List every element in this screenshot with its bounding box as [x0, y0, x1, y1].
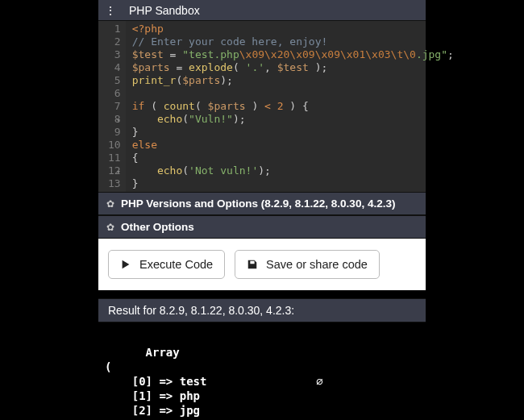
token: ( [233, 61, 246, 73]
token: echo [157, 164, 182, 177]
code-area[interactable]: <?php// Enter your code here, enjoy!$tes… [126, 21, 460, 192]
line-number: 2 [108, 35, 121, 48]
token: // Enter your code here, enjoy! [132, 35, 328, 48]
code-line[interactable]: echo('Not vuln!'); [132, 164, 454, 177]
code-line[interactable]: <?php [132, 23, 454, 35]
line-number: 1 [108, 23, 121, 35]
line-number: 3 [108, 48, 121, 61]
token: ( [182, 164, 189, 177]
code-line[interactable]: if ( count( $parts ) < 2 ) { [132, 100, 454, 113]
token: < [264, 100, 271, 112]
token: ); [309, 61, 327, 73]
result-header: Result for 8.2.9, 8.1.22, 8.0.30, 4.2.3: [98, 298, 426, 322]
php-versions-section[interactable]: ✿ PHP Versions and Options (8.2.9, 8.1.2… [98, 192, 426, 215]
save-button[interactable]: Save or share code [235, 250, 380, 279]
menu-icon[interactable]: ⋮ [105, 4, 116, 17]
token: .jpg" [416, 48, 447, 60]
token: "test.php [182, 48, 239, 60]
code-line[interactable]: } [132, 177, 454, 190]
code-line[interactable] [132, 87, 454, 100]
token: $parts [208, 100, 246, 112]
code-line[interactable]: } [132, 126, 454, 139]
code-line[interactable]: { [132, 152, 454, 164]
line-number: 11 ▾ [108, 152, 121, 164]
result-output: Array ( [0] => test [1] => php [2] => jp… [98, 322, 426, 420]
line-number: 6 [108, 87, 121, 100]
token: ; [447, 48, 454, 60]
line-number: 5 [108, 74, 121, 87]
other-options-section[interactable]: ✿ Other Options [98, 215, 426, 239]
token: <?php [132, 23, 164, 35]
token: $parts [132, 61, 170, 73]
token: ); [220, 74, 233, 86]
line-number: 7 ▾ [108, 100, 121, 113]
token: } [132, 126, 139, 138]
token: explode [189, 61, 233, 73]
token [271, 100, 277, 112]
save-icon [247, 259, 258, 270]
token: } [132, 177, 139, 189]
token: ); [258, 164, 271, 177]
line-number: 10 [108, 139, 121, 152]
token: else [132, 139, 157, 151]
execute-button-label: Execute Code [139, 258, 213, 271]
output-text: Array ( [0] => test [1] => php [2] => jp… [105, 346, 322, 420]
code-line[interactable]: print_r($parts); [132, 74, 454, 87]
token: $test [277, 61, 309, 73]
token: print_r [132, 74, 177, 86]
token: 'Not vuln!' [189, 164, 258, 177]
code-editor[interactable]: 1234567 ▾891011 ▾1213 <?php// Enter your… [98, 21, 426, 192]
token: ( [195, 100, 208, 112]
save-button-label: Save or share code [266, 258, 368, 271]
token: , [264, 61, 277, 73]
token: ) [246, 100, 264, 112]
app-title: PHP Sandbox [129, 4, 200, 17]
token: ) { [284, 100, 309, 112]
token: { [132, 152, 139, 164]
token: ( [182, 113, 189, 125]
line-gutter: 1234567 ▾891011 ▾1213 [98, 21, 126, 192]
play-icon [120, 259, 131, 270]
token: count [164, 100, 195, 112]
line-number: 13 [108, 177, 121, 190]
execute-button[interactable]: Execute Code [108, 250, 225, 279]
code-line[interactable]: echo("Vuln!"); [132, 113, 454, 126]
token: $parts [182, 74, 220, 86]
token: 2 [277, 100, 284, 112]
gear-icon: ✿ [106, 198, 114, 210]
code-line[interactable]: $test = "test.php\x09\x20\x09\x09\x01\x0… [132, 48, 454, 61]
toolbar: Execute Code Save or share code [98, 239, 426, 290]
token: = [164, 48, 182, 60]
php-versions-label: PHP Versions and Options (8.2.9, 8.1.22,… [121, 198, 395, 210]
token: ( [144, 100, 163, 112]
token: if [132, 100, 145, 112]
other-options-label: Other Options [121, 221, 194, 233]
line-number: 8 [108, 113, 121, 126]
token [132, 113, 157, 125]
line-number: 9 [108, 126, 121, 139]
token: ); [233, 113, 246, 125]
token: '.' [246, 61, 264, 73]
token: echo [157, 113, 182, 125]
token: "Vuln!" [189, 113, 233, 125]
code-line[interactable]: else [132, 139, 454, 152]
token: \x09\x20\x09\x09\x01\x03\t\0 [239, 48, 416, 60]
token: $test [132, 48, 164, 60]
code-line[interactable]: $parts = explode( '.', $test ); [132, 61, 454, 74]
gear-icon: ✿ [106, 222, 114, 233]
result-label: Result for 8.2.9, 8.1.22, 8.0.30, 4.2.3: [108, 304, 294, 317]
title-bar: ⋮ PHP Sandbox [98, 0, 426, 21]
token [132, 164, 157, 177]
line-number: 12 [108, 164, 121, 177]
line-number: 4 [108, 61, 121, 74]
code-line[interactable]: // Enter your code here, enjoy! [132, 35, 454, 48]
cursor-icon: ⌀ [316, 374, 322, 389]
token: = [170, 61, 189, 73]
